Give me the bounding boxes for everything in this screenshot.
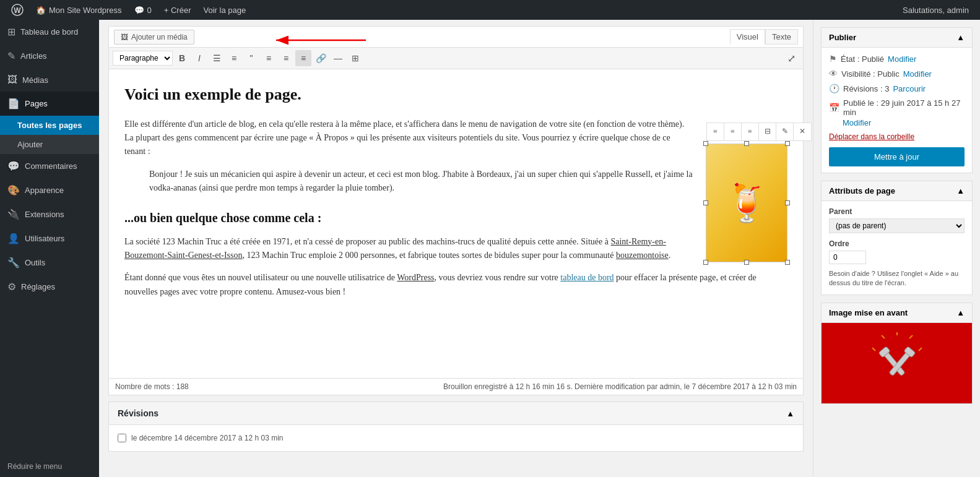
sidebar-item-label: Pages [25, 99, 48, 108]
featured-image-collapse-icon: ▲ [956, 308, 965, 317]
comments-count: 0 [147, 6, 152, 15]
revision-checkbox[interactable] [118, 434, 126, 442]
svg-text:W: W [14, 6, 21, 15]
medias-icon: 🖼 [7, 74, 17, 85]
state-modify-link[interactable]: Modifier [888, 54, 916, 64]
sidebar-item-outils[interactable]: 🔧 Outils [0, 251, 99, 275]
wp-logo-link[interactable]: W [5, 0, 30, 20]
wp-logo-icon: W [11, 4, 24, 16]
extensions-icon: 🔌 [7, 208, 20, 220]
arrow-svg [270, 32, 369, 49]
visibility-modify-link[interactable]: Modifier [903, 69, 932, 79]
publish-header-label: Publier [829, 33, 856, 42]
calendar-icon: 📅 [829, 103, 839, 113]
published-label: Publié le : 29 juin 2017 à 15 h 27 min [843, 98, 965, 117]
revisions-panel: Révisions ▲ le décembre 14 décembre 2017… [108, 402, 804, 452]
home-icon: 🏠 [36, 6, 46, 15]
create-link[interactable]: + Créer [158, 0, 197, 20]
sidebar-item-label: Articles [20, 51, 47, 61]
more-button[interactable]: — [330, 50, 346, 66]
page-attributes-box: Attributs de page ▲ Parent (pas de paren… [821, 181, 973, 295]
publish-box: Publier ▲ ⚑ État : Publié Modifier 👁 Vis… [821, 27, 973, 173]
attributes-collapse-icon: ▲ [956, 186, 965, 196]
sidebar-item-commentaires[interactable]: 💬 Commentaires [0, 154, 99, 178]
sidebar-item-utilisateurs[interactable]: 👤 Utilisateurs [0, 226, 99, 251]
state-icon: ⚑ [829, 54, 837, 64]
update-button[interactable]: Mettre à jour [829, 147, 965, 166]
pages-submenu: Toutes les pages Ajouter [0, 116, 99, 154]
align-right-button[interactable]: ≡ [295, 50, 311, 66]
utilisateurs-icon: 👤 [7, 233, 20, 244]
img-align-right[interactable]: ≡ [742, 123, 759, 140]
view-page-link[interactable]: Voir la page [197, 0, 252, 20]
sidebar-item-all-pages[interactable]: Toutes les pages [0, 116, 99, 135]
comments-link[interactable]: 💬 0 [128, 0, 158, 20]
add-page-label: Ajouter [17, 140, 43, 149]
featured-image-header[interactable]: Image mise en avant ▲ [822, 303, 972, 323]
revision-text: le décembre 14 décembre 2017 à 12 h 03 m… [131, 434, 284, 442]
pages-icon: 📄 [7, 98, 20, 110]
visibility-label: Visibilité : Public [841, 69, 900, 79]
reglages-icon: ⚙ [7, 281, 16, 293]
sidebar-item-dashboard[interactable]: ⊞ Tableau de bord [0, 20, 99, 44]
revisions-header[interactable]: Révisions ▲ [109, 402, 803, 425]
image-toolbar: ≡ ≡ ≡ ⊟ ✎ ✕ [706, 122, 812, 141]
sidebar-item-medias[interactable]: 🖼 Médias [0, 68, 99, 92]
sidebar-item-apparence[interactable]: 🎨 Apparence [0, 178, 99, 202]
greeting: Salutations, admin [896, 0, 975, 20]
img-edit[interactable]: ✎ [776, 123, 794, 140]
link-button[interactable]: 🔗 [313, 50, 329, 66]
media-toolbar: 🖼 Ajouter un média [108, 26, 804, 48]
featured-image-thumb: 🍹 [706, 144, 787, 262]
image-container: ≡ ≡ ≡ ⊟ ✎ ✕ 🍹 [706, 144, 787, 262]
img-align-left[interactable]: ≡ [707, 123, 724, 140]
add-media-button[interactable]: 🖼 Ajouter un média [114, 30, 194, 45]
sidebar-item-label: Commentaires [25, 161, 77, 171]
page-attributes-header[interactable]: Attributs de page ▲ [822, 181, 972, 201]
align-left-button[interactable]: ≡ [261, 50, 277, 66]
site-name-link[interactable]: 🏠 Mon Site Wordpress [30, 0, 128, 20]
revisions-browse-link[interactable]: Parcourir [893, 84, 926, 93]
format-select[interactable]: Paragraphe [113, 51, 173, 66]
reduce-menu[interactable]: Réduire le menu [0, 456, 99, 477]
expand-button[interactable]: ⤢ [783, 50, 799, 66]
published-modify-link[interactable]: Modifier [843, 118, 871, 127]
featured-image-box: Image mise en avant ▲ [821, 303, 973, 404]
parent-select[interactable]: (pas de parent) [829, 218, 965, 233]
ordered-list-button[interactable]: ≡ [226, 50, 242, 66]
unordered-list-button[interactable]: ☰ [209, 50, 225, 66]
tab-texte[interactable]: Texte [765, 29, 798, 45]
all-pages-label: Toutes les pages [17, 121, 82, 130]
dashboard-link[interactable]: tableau de bord [560, 273, 614, 282]
create-label: + Créer [164, 6, 191, 15]
img-full-width[interactable]: ⊟ [759, 123, 776, 140]
sidebar-item-extensions[interactable]: 🔌 Extensions [0, 202, 99, 226]
img-delete[interactable]: ✕ [794, 123, 811, 140]
paragraph-4: Étant donné que vous êtes un nouvel util… [124, 271, 787, 299]
revisions-body: le décembre 14 décembre 2017 à 12 h 03 m… [109, 425, 803, 451]
editor-panel: 🖼 Ajouter un média [99, 20, 813, 477]
sidebar-item-articles[interactable]: ✎ Articles [0, 44, 99, 68]
sidebar-item-label: Médias [22, 75, 48, 85]
blockquote-button[interactable]: " [243, 50, 259, 66]
table-button[interactable]: ⊞ [347, 50, 363, 66]
tab-visuel[interactable]: Visuel [730, 29, 765, 45]
visibility-icon: 👁 [829, 69, 838, 79]
publish-box-header: Publier ▲ [822, 28, 972, 48]
bold-button[interactable]: B [174, 50, 190, 66]
editor-content[interactable]: ≡ ≡ ≡ ⊟ ✎ ✕ 🍹 [108, 69, 804, 379]
align-center-button[interactable]: ≡ [278, 50, 294, 66]
revision-item: le décembre 14 décembre 2017 à 12 h 03 m… [118, 431, 794, 445]
featured-image-preview[interactable] [822, 323, 972, 403]
word-count: Nombre de mots : 188 [115, 382, 189, 391]
italic-button[interactable]: I [191, 50, 207, 66]
state-row: ⚑ État : Publié Modifier [829, 54, 965, 64]
sidebar-item-reglages[interactable]: ⚙ Réglages [0, 275, 99, 299]
trash-link[interactable]: Déplacer dans la corbeille [829, 132, 965, 141]
order-input[interactable] [829, 251, 866, 264]
order-label: Ordre [829, 239, 965, 248]
img-align-center[interactable]: ≡ [724, 123, 742, 140]
sidebar-item-add-page[interactable]: Ajouter [0, 135, 99, 154]
sidebar-item-pages[interactable]: 📄 Pages [0, 92, 99, 116]
page-attributes-body: Parent (pas de parent) Ordre Besoin d'ai… [822, 201, 972, 294]
